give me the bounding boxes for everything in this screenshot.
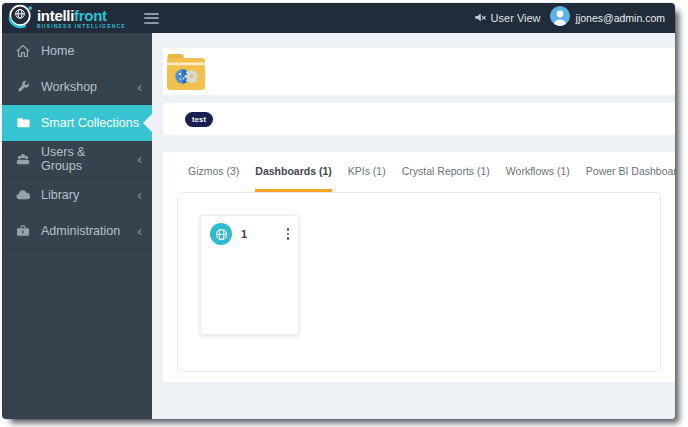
briefcase-icon xyxy=(15,223,31,239)
sidebar: Home Workshop ‹ Smart Collections xyxy=(2,33,152,419)
intellifront-globe-logo-icon xyxy=(7,3,33,33)
sidebar-item-smart-collections[interactable]: Smart Collections xyxy=(2,105,152,141)
avatar xyxy=(550,6,570,30)
brand-logo: intellifront BUSINESS INTELLIGENCE xyxy=(2,3,126,33)
wrench-icon xyxy=(15,79,31,95)
hamburger-menu-icon[interactable] xyxy=(142,7,161,29)
app-window: intellifront BUSINESS INTELLIGENCE User … xyxy=(2,3,675,419)
dashboard-card[interactable]: 1 xyxy=(200,215,299,335)
tab-crystal-reports[interactable]: Crystal Reports (1) xyxy=(402,165,490,189)
smart-collection-folder-icon xyxy=(167,54,205,90)
brand-tagline: BUSINESS INTELLIGENCE xyxy=(37,24,126,29)
user-view-switch-icon xyxy=(473,11,486,26)
tab-kpis[interactable]: KPIs (1) xyxy=(348,165,386,189)
sidebar-item-label: Library xyxy=(41,188,79,202)
home-icon xyxy=(15,43,31,59)
folder-icon xyxy=(15,115,31,131)
brand-wordmark: intellifront BUSINESS INTELLIGENCE xyxy=(37,8,126,29)
chevron-left-icon: ‹ xyxy=(137,80,142,94)
chevron-left-icon: ‹ xyxy=(137,188,142,202)
sidebar-item-library[interactable]: Library ‹ xyxy=(2,177,152,213)
user-email: jjones@admin.com xyxy=(576,12,665,24)
sidebar-item-users-groups[interactable]: Users & Groups ‹ xyxy=(2,141,152,177)
sidebar-item-label: Workshop xyxy=(41,80,97,94)
brand-name: intellifront xyxy=(37,8,126,23)
tab-content-area: 1 xyxy=(177,192,661,372)
sidebar-item-label: Administration xyxy=(41,224,120,238)
top-bar: intellifront BUSINESS INTELLIGENCE User … xyxy=(2,3,675,33)
chevron-left-icon: ‹ xyxy=(137,224,142,238)
account-menu[interactable]: jjones@admin.com xyxy=(550,6,665,30)
collection-header-bar xyxy=(163,48,675,95)
sidebar-item-label: Home xyxy=(41,44,74,58)
dashboard-globe-icon xyxy=(210,223,232,245)
dashboard-card-header: 1 xyxy=(201,216,298,245)
sidebar-item-workshop[interactable]: Workshop ‹ xyxy=(2,69,152,105)
cloud-icon xyxy=(15,187,31,203)
sidebar-item-label: Users & Groups xyxy=(41,145,127,173)
chevron-left-icon: ‹ xyxy=(137,152,142,166)
user-view-button[interactable]: User View xyxy=(473,11,541,26)
main-content: test Gizmos (3) Dashboards (1) KPIs (1) … xyxy=(152,33,675,419)
topbar-right: User View jjones@admin.com xyxy=(473,6,675,30)
tab-strip: Gizmos (3) Dashboards (1) KPIs (1) Cryst… xyxy=(163,152,675,192)
collection-items-panel: Gizmos (3) Dashboards (1) KPIs (1) Cryst… xyxy=(163,152,675,382)
user-view-label: User View xyxy=(491,12,541,24)
sidebar-item-administration[interactable]: Administration ‹ xyxy=(2,213,152,249)
tab-dashboards[interactable]: Dashboards (1) xyxy=(255,165,331,192)
dashboard-card-title: 1 xyxy=(241,228,247,240)
tab-workflows[interactable]: Workflows (1) xyxy=(506,165,570,189)
collection-tags-bar: test xyxy=(163,103,675,135)
sidebar-item-home[interactable]: Home xyxy=(2,33,152,69)
collection-tag[interactable]: test xyxy=(185,112,213,127)
tab-power-bi-dashboards[interactable]: Power BI Dashboards (0) xyxy=(586,165,675,189)
users-icon xyxy=(15,151,31,167)
tab-gizmos[interactable]: Gizmos (3) xyxy=(188,165,239,189)
sidebar-item-label: Smart Collections xyxy=(41,116,139,130)
card-options-menu-icon[interactable] xyxy=(285,225,292,243)
